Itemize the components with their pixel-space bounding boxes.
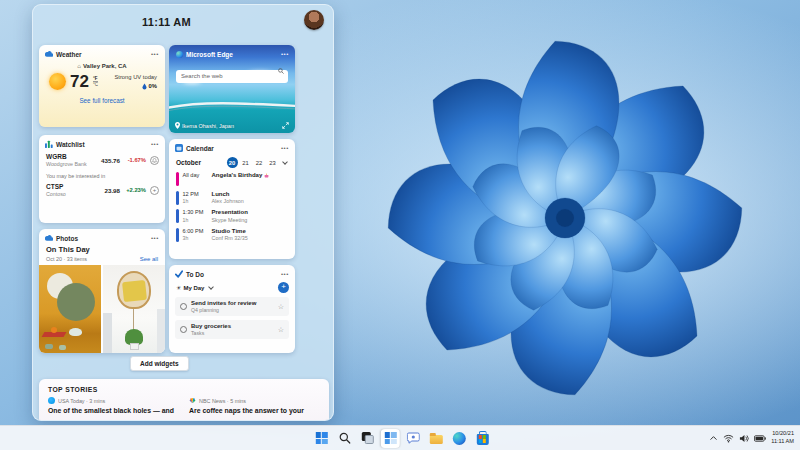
- more-options-button[interactable]: •••: [151, 236, 159, 240]
- taskbar-date: 10/20/21: [771, 430, 794, 438]
- calendar-icon: [175, 144, 183, 152]
- cloud-icon: [45, 50, 53, 58]
- task-view-button[interactable]: [358, 429, 377, 448]
- chevron-down-icon[interactable]: [282, 159, 288, 165]
- expand-icon[interactable]: [282, 122, 289, 129]
- avatar[interactable]: [304, 10, 324, 30]
- task-list-name: Tasks: [191, 330, 231, 336]
- search-button[interactable]: [335, 429, 354, 448]
- home-icon: ⌂: [77, 63, 81, 69]
- story-source: NBC News · 5 mins: [199, 398, 246, 404]
- edge-logo-icon: [175, 50, 183, 58]
- suggestion-label: You may be interested in: [39, 169, 165, 180]
- star-icon[interactable]: ☆: [278, 326, 284, 334]
- more-options-button[interactable]: •••: [281, 272, 289, 276]
- chevron-down-icon[interactable]: [209, 284, 215, 290]
- wifi-icon[interactable]: [723, 434, 734, 443]
- start-button[interactable]: [312, 429, 331, 448]
- stock-row[interactable]: WGRB Woodgrove Bank 435.76 -1.67%: [39, 150, 165, 169]
- widgets-button[interactable]: [381, 429, 400, 448]
- precipitation-value: 0%: [149, 83, 157, 89]
- battery-icon[interactable]: [754, 435, 766, 442]
- taskbar-clock[interactable]: 10/20/21 11:11 AM: [771, 430, 794, 445]
- stock-price: 435.76: [101, 157, 120, 164]
- sun-icon: ☀: [176, 284, 181, 291]
- photos-title: Photos: [56, 235, 148, 242]
- calendar-event[interactable]: 1:30 PM1h PresentationSkype Meeting: [176, 209, 289, 223]
- news-story[interactable]: NBC News · 5 mins Are coffee naps the an…: [189, 397, 320, 415]
- usa-today-logo-icon: [48, 397, 55, 404]
- task-checkbox[interactable]: [180, 303, 187, 310]
- calendar-event[interactable]: 12 PM1h LunchAlex Johnson: [176, 191, 289, 205]
- add-widgets-button[interactable]: Add widgets: [130, 356, 189, 371]
- watchlist-widget: Watchlist ••• WGRB Woodgrove Bank 435.76…: [39, 135, 165, 223]
- photo-location-label: Ikema Ohashi, Japan: [182, 123, 234, 129]
- date-pill[interactable]: 21: [240, 157, 251, 168]
- alert-bell-icon[interactable]: [150, 156, 159, 165]
- event-color-bar: [176, 228, 179, 242]
- stock-symbol: CTSP: [46, 183, 92, 190]
- stock-row[interactable]: CTSP Contoso 23.98 +2.23% +: [39, 180, 165, 199]
- todo-widget: To Do ••• ☀ My Day + Send invites for re…: [169, 265, 295, 353]
- widgets-panel: 11:11 AM Weather ••• ⌂Valley Park, CA 72…: [32, 4, 334, 421]
- add-to-watchlist-icon[interactable]: +: [150, 186, 159, 195]
- event-color-bar: [176, 209, 179, 223]
- sun-icon: [49, 73, 66, 90]
- store-button[interactable]: [473, 429, 492, 448]
- panel-clock: 11:11 AM: [39, 16, 294, 28]
- todo-title: To Do: [186, 271, 278, 278]
- task-row[interactable]: Buy groceries Tasks ☆: [175, 320, 289, 339]
- event-color-bar: [176, 172, 179, 186]
- bar-chart-icon: [45, 140, 53, 148]
- edge-title: Microsoft Edge: [186, 51, 278, 58]
- task-row[interactable]: Send invites for review Q4 planning ☆: [175, 297, 289, 316]
- cloud-icon: [45, 234, 53, 242]
- news-feed: TOP STORIES USA Today · 3 mins One of th…: [39, 379, 329, 421]
- photo-thumbnail[interactable]: [103, 265, 165, 353]
- date-pill[interactable]: 23: [267, 157, 278, 168]
- add-task-button[interactable]: +: [278, 282, 289, 293]
- droplet-icon: [142, 83, 147, 90]
- month-label: October: [176, 159, 224, 166]
- chevron-up-icon[interactable]: [709, 434, 718, 442]
- weather-condition: Strong UV today: [114, 74, 157, 80]
- calendar-title: Calendar: [186, 145, 278, 152]
- more-options-button[interactable]: •••: [151, 52, 159, 56]
- temperature-value: 72: [70, 73, 89, 90]
- story-headline: One of the smallest black holes — and: [48, 407, 179, 415]
- edge-browser-button[interactable]: [450, 429, 469, 448]
- more-options-button[interactable]: •••: [281, 52, 289, 56]
- see-full-forecast-link[interactable]: See full forecast: [39, 97, 165, 104]
- see-all-link[interactable]: See all: [140, 256, 158, 262]
- news-section-title: TOP STORIES: [39, 379, 329, 397]
- date-pill-selected[interactable]: 20: [227, 157, 238, 168]
- photo-thumbnail[interactable]: [39, 265, 101, 353]
- story-headline: Are coffee naps the answer to your: [189, 407, 320, 415]
- unit-toggle[interactable]: °F °C: [93, 76, 98, 88]
- search-input[interactable]: [176, 70, 288, 83]
- list-selector[interactable]: My Day: [183, 285, 204, 291]
- nbc-news-logo-icon: [189, 397, 196, 404]
- task-list-name: Q4 planning: [191, 307, 256, 313]
- edge-widget: Microsoft Edge ••• Ikema Ohashi, Japan: [169, 45, 295, 133]
- taskbar-time: 11:11 AM: [771, 438, 794, 446]
- more-options-button[interactable]: •••: [281, 146, 289, 150]
- stock-company: Woodgrove Bank: [46, 161, 92, 167]
- event-color-bar: [176, 191, 179, 205]
- task-checkbox[interactable]: [180, 326, 187, 333]
- checkmark-icon: [175, 270, 183, 278]
- calendar-event[interactable]: All day Angela's Birthday: [176, 172, 289, 186]
- date-pill[interactable]: 22: [254, 157, 265, 168]
- desktop: 11:11 AM Weather ••• ⌂Valley Park, CA 72…: [0, 0, 800, 450]
- chat-button[interactable]: [404, 429, 423, 448]
- weather-title: Weather: [56, 51, 148, 58]
- photos-subheading: Oct 20 · 33 items: [46, 256, 90, 262]
- news-story[interactable]: USA Today · 3 mins One of the smallest b…: [48, 397, 179, 415]
- calendar-event[interactable]: 6:00 PM3h Studio TimeConf Rm 32/35: [176, 228, 289, 242]
- more-options-button[interactable]: •••: [151, 142, 159, 146]
- star-icon[interactable]: ☆: [278, 303, 284, 311]
- volume-icon[interactable]: [739, 434, 749, 443]
- story-source: USA Today · 3 mins: [58, 398, 105, 404]
- taskbar: 10/20/21 11:11 AM: [0, 425, 800, 450]
- file-explorer-button[interactable]: [427, 429, 446, 448]
